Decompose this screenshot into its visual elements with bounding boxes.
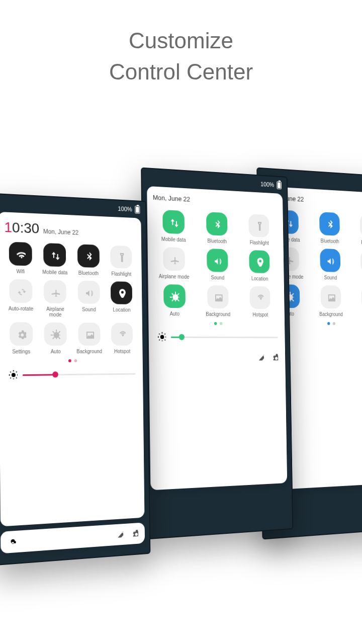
- page-heading: Customize Control Center: [0, 25, 362, 87]
- date-label: Mon, June 22: [43, 228, 78, 236]
- tile-wifi[interactable]: Wifi: [5, 242, 37, 275]
- brightness-icon: [8, 369, 18, 381]
- battery-icon: [277, 181, 282, 189]
- battery-icon: [135, 206, 140, 214]
- bottom-bar: [1, 522, 145, 553]
- brightness-slider[interactable]: [154, 331, 280, 343]
- clock: 10:30: [4, 219, 39, 237]
- tile-autorotate[interactable]: Auto-rotate: [5, 279, 37, 317]
- tile-bluetooth[interactable]: Bluetooth: [197, 211, 237, 245]
- page-dots: [154, 321, 280, 326]
- phone-black: 100% 10:30 Mon, June 22 Wifi Mobile data…: [0, 193, 150, 566]
- tiles-grid: Mobile data Bluetooth Flashlight Airplan…: [153, 209, 279, 317]
- tile-mobiledata[interactable]: Mobile data: [153, 209, 194, 243]
- tile-sound[interactable]: Sound: [73, 281, 104, 318]
- tile-flashlight[interactable]: Flashlight: [106, 245, 136, 277]
- panel-footer: [155, 350, 280, 366]
- tile-airplane[interactable]: Airplane mode: [39, 280, 71, 317]
- tile-auto[interactable]: Auto: [154, 284, 195, 317]
- tile-bluetooth[interactable]: Bluetooth: [311, 211, 349, 245]
- tile-hotspot[interactable]: Hotspot: [353, 286, 362, 317]
- tile-hotspot[interactable]: Hotspot: [107, 323, 137, 354]
- clock-min: 0:30: [12, 219, 39, 236]
- phones-stage: 100% Mon, June 22 Mobile data Bluetooth …: [0, 156, 362, 624]
- tile-sound[interactable]: Sound: [198, 248, 237, 281]
- settings-button[interactable]: [271, 353, 278, 363]
- page-dots: [6, 359, 137, 363]
- tile-mobiledata[interactable]: Mobile data: [39, 243, 70, 276]
- edit-button[interactable]: [257, 353, 264, 363]
- tile-settings[interactable]: Settings: [5, 322, 37, 354]
- tile-background[interactable]: Background: [198, 285, 238, 317]
- tile-background[interactable]: Background: [312, 285, 350, 317]
- tile-location[interactable]: Location: [240, 250, 279, 282]
- tile-hotspot[interactable]: Hotspot: [241, 286, 279, 317]
- tile-auto[interactable]: Auto: [40, 323, 71, 355]
- settings-button[interactable]: [131, 528, 138, 539]
- brightness-icon: [156, 331, 166, 343]
- battery-pct: 100%: [118, 205, 132, 213]
- battery-pct: 100%: [260, 181, 274, 188]
- tile-flashlight[interactable]: Flashlight: [240, 213, 278, 246]
- tiles-grid: Wifi Mobile data Bluetooth Flashlight Au…: [5, 242, 137, 354]
- key-icon[interactable]: [8, 536, 16, 547]
- edit-button[interactable]: [116, 529, 123, 540]
- tile-background[interactable]: Background: [74, 323, 105, 354]
- phone-green: 100% Mon, June 22 Mobile data Bluetooth …: [141, 168, 293, 540]
- tile-flashlight[interactable]: Flashlight: [351, 213, 362, 246]
- tile-airplane[interactable]: Airplane mode: [153, 247, 194, 280]
- control-panel: 10:30 Mon, June 22 Wifi Mobile data Blue…: [0, 212, 144, 527]
- date-label: Mon, June 22: [153, 194, 278, 208]
- clock-hour: 1: [4, 219, 12, 235]
- brightness-slider[interactable]: [6, 368, 138, 381]
- clock-row: 10:30 Mon, June 22: [4, 219, 136, 240]
- tile-sound[interactable]: Sound: [311, 248, 349, 281]
- tile-location[interactable]: Location: [107, 281, 137, 318]
- control-panel: Mon, June 22 Mobile data Bluetooth Flash…: [147, 186, 287, 491]
- tile-location[interactable]: Location: [352, 250, 362, 282]
- tile-bluetooth[interactable]: Bluetooth: [73, 244, 104, 276]
- heading-line1: Customize: [0, 25, 362, 56]
- heading-line2: Control Center: [0, 56, 362, 88]
